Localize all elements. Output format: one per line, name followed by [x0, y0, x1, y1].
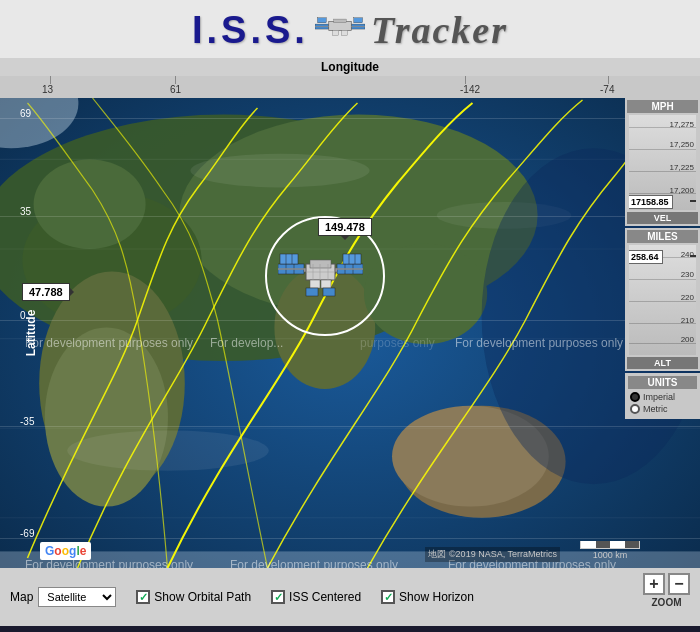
units-label: UNITS	[628, 376, 697, 389]
svg-rect-51	[321, 280, 331, 288]
show-horizon-checkbox[interactable]	[381, 590, 395, 604]
title-iss: I.S.S.	[192, 9, 309, 52]
watermark-4: For development purposes only	[455, 336, 623, 350]
iss-satellite	[278, 248, 363, 308]
metric-radio-row[interactable]: Metric	[630, 404, 695, 414]
watermark-1: For development purposes only	[25, 336, 193, 350]
mph-label: MPH	[627, 100, 698, 113]
orbital-paths	[0, 98, 700, 568]
iss-logo-icon	[315, 12, 365, 48]
longitude-ruler: 13 61 -142 -74	[0, 76, 700, 98]
zoom-controls: + − ZOOM	[643, 573, 690, 608]
miles-bar: 240 230 220 210 200 258.64	[629, 245, 696, 355]
title-tracker: Tracker	[371, 8, 508, 52]
imperial-radio[interactable]	[630, 392, 640, 402]
show-horizon-checkbox-label[interactable]: Show Horizon	[381, 590, 474, 604]
right-panel: MPH 17,275 17,250 17,225 17,200 17158.85…	[625, 98, 700, 568]
zoom-in-button[interactable]: +	[643, 573, 665, 595]
lat-tick-35s: -35	[20, 416, 34, 427]
zoom-out-button[interactable]: −	[668, 573, 690, 595]
iss-centered-label: ISS Centered	[289, 590, 361, 604]
miles-tick-2: 230	[681, 270, 694, 279]
lat-tick-69s: -69	[20, 528, 34, 539]
zoom-label: ZOOM	[652, 597, 682, 608]
google-logo: Google	[40, 542, 91, 560]
svg-rect-6	[332, 30, 338, 35]
miles-value: 258.64	[629, 250, 663, 264]
svg-rect-57	[323, 288, 335, 296]
alt-label: ALT	[627, 357, 698, 369]
mph-bar: 17,275 17,250 17,225 17,200 17158.85	[629, 115, 696, 210]
svg-rect-42	[343, 254, 361, 264]
svg-rect-36	[280, 254, 298, 264]
miles-label: MILES	[627, 230, 698, 243]
lat-tick-35n: 35	[20, 206, 31, 217]
mph-gauge-section: MPH 17,275 17,250 17,225 17,200 17158.85…	[625, 98, 700, 226]
svg-rect-7	[341, 30, 347, 35]
watermark-3: purposes only	[360, 336, 435, 350]
latitude-tooltip: 47.788	[22, 283, 70, 301]
lat-tick-0: 0	[20, 310, 26, 321]
imperial-label: Imperial	[643, 392, 675, 402]
scale-text: 1000 km	[593, 550, 628, 560]
longitude-tooltip: 149.478	[318, 218, 372, 236]
map-type-select[interactable]: Satellite Terrain Roadmap	[38, 587, 116, 607]
map-container[interactable]: Latitude 69 35 0 -35 -69	[0, 98, 700, 568]
metric-label: Metric	[643, 404, 668, 414]
watermark-6: For development purposes only	[230, 558, 398, 568]
map-attribution: 地図 ©2019 NASA, TerraMetrics	[425, 547, 560, 562]
imperial-radio-row[interactable]: Imperial	[630, 392, 695, 402]
orbital-path-checkbox-label[interactable]: Show Orbital Path	[136, 590, 251, 604]
svg-rect-2	[317, 18, 326, 23]
svg-rect-56	[306, 288, 318, 296]
map-type-control: Map Satellite Terrain Roadmap	[10, 587, 116, 607]
iss-centered-checkbox[interactable]	[271, 590, 285, 604]
miles-gauge-section: MILES 240 230 220 210 200 258.64 ALT	[625, 228, 700, 371]
svg-rect-50	[310, 280, 320, 288]
svg-rect-5	[334, 19, 347, 23]
bottom-bar: Map Satellite Terrain Roadmap Show Orbit…	[0, 568, 700, 626]
units-section: UNITS Imperial Metric	[625, 373, 700, 419]
iss-centered-checkbox-label[interactable]: ISS Centered	[271, 590, 361, 604]
longitude-axis-label: Longitude	[0, 58, 700, 76]
vel-label: VEL	[627, 212, 698, 224]
metric-radio[interactable]	[630, 404, 640, 414]
svg-rect-3	[354, 18, 363, 23]
map-type-label: Map	[10, 590, 33, 604]
show-horizon-label: Show Horizon	[399, 590, 474, 604]
orbital-path-label: Show Orbital Path	[154, 590, 251, 604]
mph-tick-2: 17,250	[670, 140, 694, 149]
app-header: I.S.S. Tracker	[0, 0, 700, 58]
app-title: I.S.S. Tracker	[192, 8, 508, 52]
mph-value: 17158.85	[629, 195, 673, 209]
watermark-2: For develop...	[210, 336, 283, 350]
latitude-axis-label: Latitude	[24, 310, 38, 357]
orbital-path-checkbox[interactable]	[136, 590, 150, 604]
zoom-buttons: + −	[643, 573, 690, 595]
lat-tick-69n: 69	[20, 108, 31, 119]
